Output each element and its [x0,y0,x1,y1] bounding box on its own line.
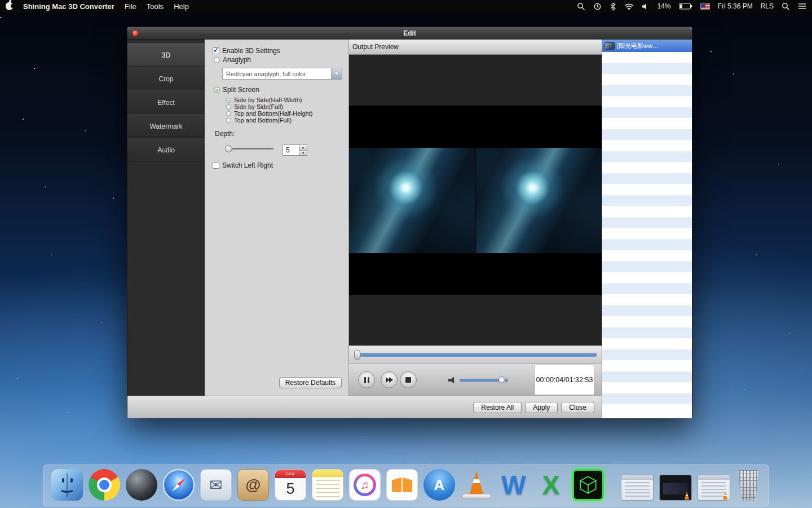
depth-slider[interactable] [226,148,273,150]
stepper-down-icon[interactable]: ▼ [299,151,307,156]
file-list-empty-row [602,74,692,85]
notification-center-icon[interactable] [798,3,806,10]
depth-slider-thumb[interactable] [225,145,232,152]
depth-stepper[interactable]: 5 ▲▼ [283,144,307,156]
file-list-rows[interactable] [602,52,692,418]
file-list-empty-row [602,107,692,119]
split-option-label: Top and Bottom(Half-Height) [234,110,312,117]
menu-help[interactable]: Help [174,2,189,11]
seek-thumb[interactable] [354,350,360,360]
stepper-up-icon[interactable]: ▲ [299,145,307,151]
file-list-empty-row [602,96,692,107]
menu-clock-label[interactable]: Fri 5:36 PM [718,2,753,10]
window-thumb-video [663,483,688,494]
apple-menu-icon[interactable] [6,2,13,10]
split-screen-label: Split Screen [223,86,259,94]
stop-button[interactable] [400,371,417,388]
file-list-empty-row [602,184,692,195]
dock-calendar-icon[interactable]: JAN 5 [275,469,306,501]
enable-3d-checkbox[interactable] [213,47,219,54]
anaglyph-radio[interactable] [214,57,220,63]
dock-trash-icon[interactable] [736,470,761,501]
search-icon[interactable] [782,2,790,11]
wifi-icon[interactable] [624,3,634,10]
top-bottom-halfheight-radio[interactable] [226,111,231,116]
dock-minimized-window-2[interactable] [659,475,692,501]
file-list-empty-row [602,129,692,141]
fast-forward-button[interactable] [381,371,398,388]
window-title-bar[interactable]: Edit [127,27,692,40]
split-option-row[interactable]: Side by Side(Half-Width) [226,97,302,103]
dock-chrome-icon[interactable] [89,469,120,501]
dock-app-store-icon[interactable]: A [423,469,455,501]
dock-safari-icon[interactable] [163,469,195,501]
dock-vlc-icon[interactable] [461,469,492,501]
split-option-row[interactable]: Side by Side(Full) [226,103,283,110]
tab-audio[interactable]: Audio [127,138,205,161]
tab-crop[interactable]: Crop [127,67,205,90]
bluetooth-icon[interactable] [610,2,616,11]
dock-dark-sphere-icon[interactable] [126,469,157,501]
dock-ibooks-icon[interactable] [386,469,418,501]
apply-button[interactable]: Apply [525,402,558,413]
contacts-at-glyph: @ [245,476,261,494]
user-menu-label[interactable]: RLS [761,2,774,10]
side-by-side-full-radio[interactable] [226,104,231,110]
dock-contacts-icon[interactable]: @ [237,469,269,501]
tab-effect[interactable]: Effect [127,90,205,114]
pause-button[interactable] [358,371,375,388]
seek-track[interactable] [354,353,597,357]
file-list-empty-row [602,52,692,63]
dock-3d-converter-icon[interactable] [572,469,604,501]
split-screen-radio[interactable] [214,87,220,93]
input-language-flag-icon[interactable] [700,3,710,10]
volume-slider[interactable] [460,379,508,382]
switch-left-right-row[interactable]: Switch Left Right [213,161,273,169]
battery-icon[interactable] [679,3,692,10]
file-list-selected-item[interactable]: [阳光电影ww… [602,40,692,52]
enable-3d-row[interactable]: Enable 3D Settings [213,47,280,55]
spotlight-circle-icon[interactable] [577,2,585,11]
side-by-side-halfwidth-radio[interactable] [226,98,231,103]
anaglyph-mode-dropdown[interactable]: Red/cyan anaglyph, full color ▼ [222,68,342,80]
file-list-empty-row [602,140,692,151]
video-left-half [349,148,475,253]
dock-itunes-icon[interactable]: ♫ [349,469,381,501]
dock-finder-icon[interactable] [51,469,83,501]
file-list-empty-row [602,63,692,75]
dock-minimized-window-1[interactable] [621,475,654,501]
split-option-row[interactable]: Top and Bottom(Half-Height) [226,110,312,117]
window-close-button[interactable] [132,30,139,37]
split-screen-row[interactable]: Split Screen [214,86,259,94]
depth-value-field[interactable]: 5 [283,144,299,156]
anaglyph-row[interactable]: Anaglyph [214,56,251,64]
dock-x-app-icon[interactable]: X [535,469,567,501]
restore-all-button[interactable]: Restore All [473,402,522,413]
safari-compass-needle [171,477,187,493]
dock-mail-icon[interactable]: ✉ [200,469,232,501]
menu-tools[interactable]: Tools [147,2,164,11]
close-button[interactable]: Close [561,402,594,413]
dock-minimized-window-3[interactable] [698,475,730,501]
dock: ✉ @ JAN 5 ♫ A W X [43,465,769,506]
restore-defaults-button[interactable]: Restore Defaults [279,377,342,388]
volume-menu-icon[interactable] [642,3,650,10]
split-option-row[interactable]: Top and Bottom(Full) [226,117,292,124]
dock-notes-icon[interactable] [312,469,343,501]
stepper-arrows[interactable]: ▲▼ [299,144,307,156]
file-list-empty-row [602,327,692,339]
dock-w-app-icon[interactable]: W [498,469,529,501]
split-option-label: Side by Side(Half-Width) [234,97,302,103]
tab-3d[interactable]: 3D [127,43,205,67]
settings-tab-column: 3D Crop Effect Watermark Audio [127,40,205,396]
tab-watermark[interactable]: Watermark [127,114,205,138]
switch-left-right-checkbox[interactable] [213,162,219,169]
volume-slider-thumb[interactable] [498,376,505,383]
menu-file[interactable]: File [125,2,136,11]
top-bottom-full-radio[interactable] [226,118,231,123]
app-store-a-glyph: A [434,476,445,494]
file-list-empty-row [602,305,692,317]
app-menu-title[interactable]: Shining Mac 3D Converter [23,2,114,11]
time-machine-icon[interactable] [593,2,602,11]
window-thumb-titlebar [621,475,653,480]
